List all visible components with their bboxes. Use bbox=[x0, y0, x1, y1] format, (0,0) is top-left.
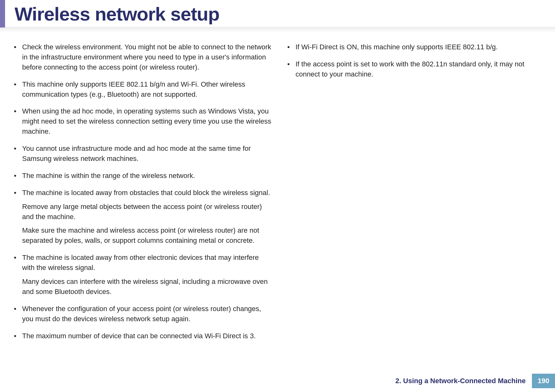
list-text: You cannot use infrastructure mode and a… bbox=[22, 144, 273, 164]
list-text: The machine is located away from other e… bbox=[22, 253, 273, 273]
page-header: Wireless network setup bbox=[0, 0, 555, 28]
left-column: Check the wireless environment. You migh… bbox=[9, 42, 273, 348]
list-text: If the access point is set to work with … bbox=[296, 59, 546, 79]
list-text: Whenever the configuration of your acces… bbox=[22, 304, 273, 324]
list-text: This machine only supports IEEE 802.11 b… bbox=[22, 79, 273, 100]
right-column: If Wi-Fi Direct is ON, this machine only… bbox=[282, 42, 546, 348]
list-item: If the access point is set to work with … bbox=[282, 59, 546, 79]
page-content: Check the wireless environment. You migh… bbox=[0, 33, 555, 348]
list-item: When using the ad hoc mode, in operating… bbox=[9, 106, 273, 137]
list-text: Remove any large metal objects between t… bbox=[22, 202, 273, 222]
list-item: You cannot use infrastructure mode and a… bbox=[9, 144, 273, 164]
list-text: The machine is within the range of the w… bbox=[22, 171, 273, 181]
list-item: Whenever the configuration of your acces… bbox=[9, 304, 273, 324]
right-list: If Wi-Fi Direct is ON, this machine only… bbox=[282, 42, 546, 79]
page-number: 190 bbox=[532, 374, 555, 388]
header-divider bbox=[0, 27, 555, 33]
list-text: Check the wireless environment. You migh… bbox=[22, 42, 273, 72]
list-text: Make sure the machine and wireless acces… bbox=[22, 225, 273, 246]
page-title: Wireless network setup bbox=[15, 3, 555, 25]
list-text: The machine is located away from obstacl… bbox=[22, 188, 273, 198]
list-text: Many devices can interfere with the wire… bbox=[22, 277, 273, 297]
list-text: The maximum number of device that can be… bbox=[22, 331, 273, 341]
list-item: If Wi-Fi Direct is ON, this machine only… bbox=[282, 42, 546, 52]
list-item: Check the wireless environment. You migh… bbox=[9, 42, 273, 72]
page-footer: 2. Using a Network-Connected Machine 190 bbox=[395, 374, 555, 388]
list-item: The machine is located away from obstacl… bbox=[9, 188, 273, 246]
list-item: This machine only supports IEEE 802.11 b… bbox=[9, 79, 273, 100]
list-text: When using the ad hoc mode, in operating… bbox=[22, 106, 273, 137]
list-item: The machine is located away from other e… bbox=[9, 253, 273, 297]
left-list: Check the wireless environment. You migh… bbox=[9, 42, 273, 341]
list-item: The maximum number of device that can be… bbox=[9, 331, 273, 341]
list-text: If Wi-Fi Direct is ON, this machine only… bbox=[296, 42, 546, 52]
list-item: The machine is within the range of the w… bbox=[9, 171, 273, 181]
chapter-label: 2. Using a Network-Connected Machine bbox=[395, 377, 526, 385]
